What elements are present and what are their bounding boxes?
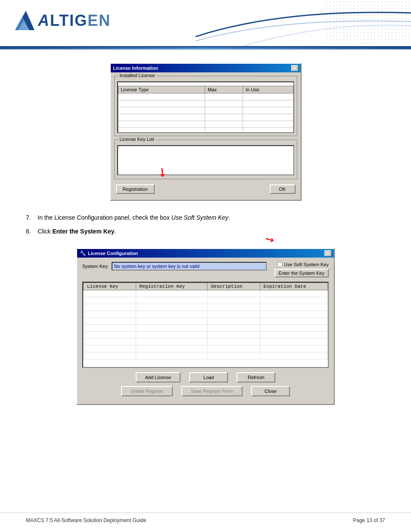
main-content: License Information × Installed License … [0, 50, 411, 418]
use-soft-system-key-checkbox[interactable] [277, 262, 282, 267]
config-title-icon: 🔧 [80, 250, 86, 256]
table-row [84, 338, 328, 345]
dialog-buttons-container: ➘ Registration OK [114, 183, 297, 196]
online-register-button[interactable]: Online Register [121, 386, 173, 396]
license-info-close-btn[interactable]: × [291, 65, 298, 71]
load-button[interactable]: Load [189, 372, 228, 383]
header-decoration [196, 0, 411, 47]
logo-icon [13, 9, 34, 32]
installed-license-table-wrapper[interactable]: License Type Max In Use [117, 81, 294, 133]
company-logo: ALTIGEN [13, 9, 111, 32]
page-header: ALTIGEN [0, 0, 411, 47]
use-soft-system-key-label: Use Soft System Key [284, 262, 329, 267]
license-config-section: ➘ 🔧 License Configuration × System Key: [26, 244, 385, 405]
installed-license-table: License Type Max In Use [118, 86, 293, 133]
col-max: Max [205, 86, 243, 93]
table-row [118, 128, 293, 134]
system-key-input-row: System Key: [82, 262, 267, 271]
col-license-key: License Key [84, 283, 136, 290]
config-buttons-row-1: Add License Load Refresh [82, 372, 329, 383]
titlebar-left: 🔧 License Configuration [80, 250, 138, 256]
table-row [84, 317, 328, 324]
registration-button[interactable]: Registration [116, 184, 155, 194]
save-register-form-button[interactable]: Save Register Form [181, 386, 243, 396]
license-info-dialog: License Information × Installed License … [110, 63, 302, 201]
license-key-list-textarea[interactable] [117, 145, 294, 175]
table-row [118, 107, 293, 114]
use-soft-system-key-row: Use Soft System Key [277, 262, 329, 267]
license-config-body: System Key: Use Soft System Key Enter th… [77, 258, 334, 404]
license-config-titlebar: 🔧 License Configuration × [77, 249, 334, 258]
license-info-titlebar: License Information × [111, 64, 301, 72]
footer-left: MAXCS 7.5 All-Software Solution Deployme… [26, 517, 146, 523]
table-row [118, 100, 293, 107]
page-footer: MAXCS 7.5 All-Software Solution Deployme… [0, 513, 411, 523]
license-info-title: License Information [113, 65, 159, 71]
table-row [118, 121, 293, 128]
license-config-dialog: 🔧 License Configuration × System Key: [76, 248, 335, 405]
system-key-section: System Key: Use Soft System Key Enter th… [82, 262, 329, 277]
license-info-section: License Information × Installed License … [26, 63, 385, 201]
license-info-body: Installed License License Type Max In Us… [111, 72, 301, 200]
license-config-table-wrapper[interactable]: License Key Registration Key Description… [82, 282, 329, 368]
table-row [118, 93, 293, 100]
step-8-number: 8. [26, 228, 36, 235]
header-curves-svg [196, 0, 411, 47]
col-expiration-date: Expiration Date [260, 283, 327, 290]
table-row [84, 304, 328, 311]
step-8-text: Click Enter the System Key. [37, 228, 116, 235]
installed-license-group: Installed License License Type Max In Us… [114, 76, 297, 136]
system-key-input[interactable] [112, 262, 267, 271]
dialog-buttons-row: Registration OK [114, 183, 297, 196]
refresh-button[interactable]: Refresh [237, 372, 275, 383]
table-row [84, 311, 328, 317]
enter-system-key-button[interactable]: Enter the System Key [274, 269, 329, 277]
table-row [84, 290, 328, 297]
footer-right: Page 13 of 37 [353, 517, 385, 523]
config-buttons-row-2: Online Register Save Register Form Close [82, 386, 329, 396]
col-license-type: License Type [118, 86, 205, 93]
add-license-button[interactable]: Add License [136, 372, 181, 383]
col-description: Description [207, 283, 260, 290]
license-key-list-label: License Key List [118, 137, 156, 142]
step-7-number: 7. [26, 214, 36, 221]
soft-key-section: Use Soft System Key Enter the System Key [274, 262, 329, 277]
table-row [118, 114, 293, 121]
step-7: 7. In the License Configuration panel, c… [26, 213, 385, 223]
license-config-wrapper: ➘ 🔧 License Configuration × System Key: [76, 248, 335, 405]
license-config-close-btn[interactable]: × [324, 250, 331, 256]
table-row [84, 297, 328, 304]
steps-text: 7. In the License Configuration panel, c… [26, 213, 385, 237]
installed-license-label: Installed License [118, 73, 157, 78]
license-key-list-group: License Key List [114, 140, 297, 179]
table-row [84, 352, 328, 359]
table-row [84, 324, 328, 331]
close-button[interactable]: Close [251, 386, 290, 396]
ok-button[interactable]: OK [270, 184, 296, 194]
table-row [84, 345, 328, 352]
col-in-use: In Use [243, 86, 293, 93]
system-key-label: System Key: [82, 264, 109, 269]
license-config-title: License Configuration [88, 251, 138, 256]
step-8: 8. Click Enter the System Key. [26, 227, 385, 237]
license-config-table: License Key Registration Key Description… [83, 283, 328, 359]
logo-text: ALTIGEN [38, 12, 111, 30]
table-row [84, 331, 328, 338]
step-7-text: In the License Configuration panel, chec… [37, 214, 230, 221]
col-registration-key: Registration Key [136, 283, 207, 290]
